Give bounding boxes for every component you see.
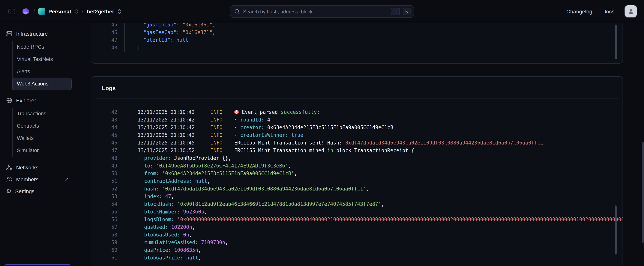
changelog-link[interactable]: Changelog	[566, 8, 592, 14]
sidebar-item-virtual-testnets[interactable]: Virtual TestNets	[13, 53, 72, 66]
log-text-segment: "0x16e361"	[182, 23, 212, 28]
sidebar-item-transactions[interactable]: Transactions	[13, 108, 72, 120]
page-scrollbar-thumb[interactable]	[642, 142, 644, 243]
log-text-segment: ·	[234, 124, 240, 130]
log-object-content: blockNumber: 9623605,	[144, 208, 207, 216]
sidebar-item-wallets[interactable]: Wallets	[13, 132, 72, 144]
external-link-icon: ↗	[65, 176, 68, 182]
log-object-content: provider: JsonRpcProvider {},	[144, 154, 231, 162]
line-number: 56	[91, 216, 117, 224]
sidebar-group-infrastructure: Node RPCsVirtual TestNetsAlertsWeb3 Acti…	[12, 41, 72, 90]
log-text-segment: JsonRpcProvider {},	[171, 155, 231, 161]
sidebar-section-explorer[interactable]: Explorer	[0, 95, 75, 106]
sidebar-toggle-button[interactable]	[7, 7, 17, 16]
log-text-segment: roundId:	[240, 117, 264, 123]
log-text-segment	[192, 178, 195, 184]
project-switcher[interactable]: bet2gether	[87, 8, 122, 14]
line-number: 57	[91, 224, 117, 231]
sidebar-section-label: Infrastructure	[16, 31, 48, 37]
log-text-segment	[174, 216, 177, 222]
log-text-segment: ,	[212, 30, 216, 35]
log-text-segment: blobGasUsed:	[144, 232, 180, 238]
user-avatar-button[interactable]	[624, 5, 637, 18]
sidebar-item-contracts[interactable]: Contracts	[13, 120, 72, 132]
log-line: 52hash: '0xdf47dbda1d34d6e943ca02e1109df…	[91, 185, 622, 193]
sidebar-item-members[interactable]: Members ↗	[0, 173, 75, 185]
log-text-segment: "gasFeeCap"	[143, 30, 176, 35]
sidebar-item-settings[interactable]: ⚙ Settings	[0, 185, 75, 197]
code-line: 45 "gasTipCap": "0x16e361",	[91, 23, 622, 29]
log-line: 57gasUsed: 102200n,	[91, 224, 622, 231]
config-scrollbar-thumb[interactable]	[615, 24, 617, 60]
line-number: 43	[91, 116, 117, 124]
tenderly-logo[interactable]	[22, 8, 30, 15]
workspace-name: Personal	[48, 8, 71, 14]
logs-scrollbar-thumb[interactable]	[615, 206, 617, 254]
docs-link[interactable]: Docs	[602, 8, 614, 14]
networks-icon	[6, 164, 12, 170]
workspace-switcher[interactable]: Personal	[38, 8, 78, 15]
log-text-segment: creator:	[240, 124, 264, 130]
line-number: 45	[91, 23, 117, 29]
log-timestamp: 13/11/2025 21:10:45	[138, 139, 195, 147]
log-line: 4513/11/2025 21:10:42INFO· creatorIsWinn…	[91, 132, 622, 139]
log-text-segment: ,	[288, 163, 291, 169]
search-input[interactable]	[243, 8, 388, 14]
log-text-segment	[125, 23, 143, 28]
log-line: 49to: '0xf49beA8f5D5bf8e276CF4c4174E92AD…	[91, 162, 622, 170]
chevron-updown-icon	[117, 8, 122, 14]
sidebar-section-infrastructure[interactable]: Infrastructure	[0, 28, 75, 40]
log-text-segment	[125, 37, 143, 43]
log-line: 4313/11/2025 21:10:42INFO· roundId: 4	[91, 116, 622, 124]
log-text-segment: 0n	[183, 232, 189, 238]
log-timestamp: 13/11/2025 21:10:52	[138, 147, 195, 154]
log-text-segment: to:	[144, 163, 153, 169]
line-number: 47	[91, 36, 117, 44]
log-object-content: blobGasPrice: null,	[144, 254, 201, 262]
navbar-links: Changelog Docs	[566, 5, 637, 18]
line-number: 60	[91, 246, 117, 254]
search-bar[interactable]: ⌘ K	[230, 5, 414, 18]
log-text-segment: 47	[165, 194, 171, 199]
log-level: INFO	[210, 108, 234, 116]
log-text-segment: ,	[225, 240, 228, 245]
log-line: 48provider: JsonRpcProvider {},	[91, 154, 622, 162]
log-text-segment: gasUsed:	[144, 224, 168, 230]
line-number: 61	[91, 254, 117, 262]
log-object-content: cumulativeGasUsed: 7109730n,	[144, 239, 228, 246]
sidebar-item-label: Settings	[15, 188, 34, 194]
log-object-content: index: 47,	[144, 193, 174, 200]
sidebar-item-networks[interactable]: Networks	[0, 161, 75, 173]
log-text-segment	[168, 224, 171, 230]
log-text-segment	[198, 240, 201, 245]
log-level: INFO	[210, 116, 234, 124]
search-icon	[234, 8, 240, 14]
log-text-segment	[183, 255, 186, 261]
code-line: 46 "gasFeeCap": "0x16e371",	[91, 29, 622, 36]
log-text-segment: 102200n	[171, 224, 192, 230]
sidebar-item-alerts[interactable]: Alerts	[13, 66, 72, 78]
line-number: 58	[91, 231, 117, 239]
log-text-segment: 0xdf47dbda1d34d6e943ca02e1109df03c0880a9…	[345, 140, 543, 146]
sidebar-item-node-rpcs[interactable]: Node RPCs	[13, 41, 72, 53]
sidebar-item-label: Networks	[16, 164, 38, 170]
shortcut-k-key: K	[403, 8, 410, 15]
shortcut-cmd-key: ⌘	[391, 8, 400, 15]
sidebar-item-web3-actions[interactable]: Web3 Actions	[12, 78, 72, 90]
log-text-segment: 4	[264, 117, 270, 123]
log-text-segment: "alertId"	[143, 37, 170, 43]
log-line: 50from: '0x68e4A234de215F3c5115E1bEa9a00…	[91, 170, 622, 178]
log-text-segment: from:	[144, 170, 159, 176]
bottom-left-popup[interactable]	[3, 264, 72, 266]
project-name: bet2gether	[87, 8, 114, 14]
sidebar-group-explorer: TransactionsContractsWalletsSimulator	[12, 108, 72, 157]
infrastructure-icon	[6, 31, 12, 37]
log-text-segment: contractAddress:	[144, 178, 192, 184]
sidebar-item-simulator[interactable]: Simulator	[13, 144, 72, 157]
line-number: 47	[91, 147, 117, 154]
action-config-card: 45 "gasTipCap": "0x16e361",46 "gasFeeCap…	[91, 23, 623, 64]
log-text-segment	[159, 186, 162, 192]
log-text-segment	[125, 30, 143, 35]
log-text-segment: blobGasPrice:	[144, 255, 183, 261]
log-text-segment: blockHash:	[144, 201, 174, 207]
